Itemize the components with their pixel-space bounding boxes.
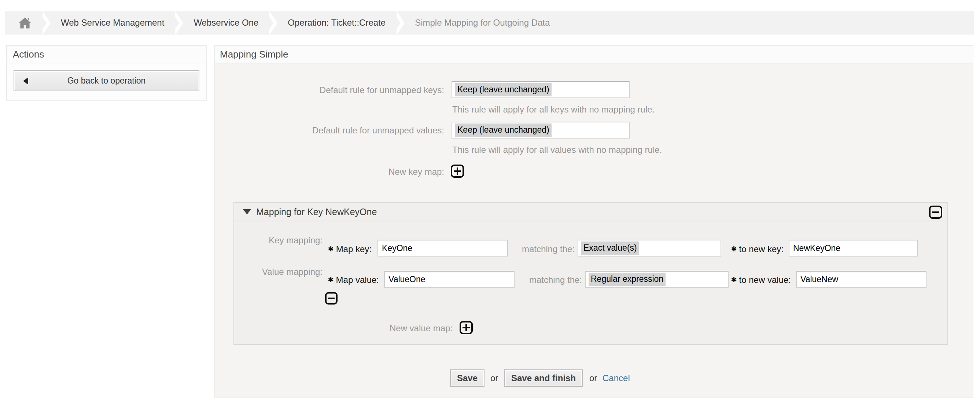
value-matching-label: matching the: — [509, 275, 582, 285]
to-new-key-label: ✱to new key: — [710, 244, 784, 254]
default-values-select[interactable]: Keep (leave unchanged) — [452, 122, 630, 138]
to-new-value-input[interactable] — [796, 271, 926, 288]
save-and-finish-button[interactable]: Save and finish — [504, 369, 583, 387]
save-button[interactable]: Save — [450, 369, 485, 387]
map-value-label: ✱Map value: — [269, 275, 379, 285]
triangle-down-icon — [243, 209, 251, 214]
breadcrumb-item-webservice-one[interactable]: Webservice One — [194, 17, 258, 28]
breadcrumb-separator-icon — [396, 11, 405, 35]
key-match-type-value: Exact value(s) — [581, 241, 639, 255]
default-values-label: Default rule for unmapped values: — [224, 125, 444, 136]
to-new-value-label: ✱to new value: — [718, 275, 791, 285]
add-key-map-icon[interactable] — [451, 165, 464, 178]
breadcrumb-item-current: Simple Mapping for Outgoing Data — [415, 17, 550, 28]
mapping-widget-title: Mapping for Key NewKeyOne — [256, 206, 377, 217]
new-key-map-label: New key map: — [224, 167, 444, 177]
map-value-input[interactable] — [384, 271, 515, 288]
breadcrumb: Web Service Management Webservice One Op… — [5, 11, 974, 35]
key-match-type-select[interactable]: Exact value(s) — [578, 240, 721, 257]
go-back-to-operation-button[interactable]: Go back to operation — [14, 70, 199, 91]
mapping-widget-header[interactable]: Mapping for Key NewKeyOne — [234, 203, 947, 221]
default-keys-select[interactable]: Keep (leave unchanged) — [452, 81, 630, 98]
or-text: or — [490, 373, 498, 383]
required-marker: ✱ — [731, 245, 737, 253]
home-icon[interactable] — [18, 17, 32, 29]
go-back-button-label: Go back to operation — [67, 76, 146, 86]
default-values-hint: This rule will apply for all values with… — [452, 145, 662, 155]
new-value-map-label: New value map: — [361, 323, 453, 334]
value-match-type-select[interactable]: Regular expression — [585, 271, 729, 288]
default-keys-label: Default rule for unmapped keys: — [224, 85, 444, 95]
breadcrumb-separator-icon — [175, 11, 183, 35]
default-keys-hint: This rule will apply for all keys with n… — [452, 105, 655, 115]
required-marker: ✱ — [328, 245, 334, 253]
breadcrumb-item-web-service-management[interactable]: Web Service Management — [61, 17, 164, 28]
mapping-simple-content: Default rule for unmapped keys: Keep (le… — [215, 64, 973, 396]
remove-value-mapping-icon[interactable] — [325, 292, 337, 305]
mapping-for-key-widget: Mapping for Key NewKeyOne Key mapping: ✱… — [234, 202, 948, 345]
breadcrumb-item-operation-ticket-create[interactable]: Operation: Ticket::Create — [288, 17, 385, 28]
triangle-left-icon — [23, 77, 28, 85]
map-key-input[interactable] — [377, 240, 508, 257]
default-keys-selected-value: Keep (leave unchanged) — [455, 83, 552, 96]
or-text: or — [589, 373, 597, 383]
to-new-key-input[interactable] — [789, 240, 918, 257]
key-matching-label: matching the: — [501, 244, 575, 254]
page: Web Service Management Webservice One Op… — [0, 0, 980, 413]
required-marker: ✱ — [328, 276, 334, 284]
add-value-map-icon[interactable] — [460, 321, 473, 334]
actions-panel: Actions Go back to operation — [6, 45, 207, 101]
mapping-simple-title: Mapping Simple — [215, 46, 973, 64]
default-values-selected-value: Keep (leave unchanged) — [455, 124, 552, 137]
map-key-label: ✱Map key: — [262, 244, 372, 254]
actions-panel-content: Go back to operation — [7, 64, 206, 98]
cancel-link[interactable]: Cancel — [603, 373, 630, 383]
breadcrumb-separator-icon — [269, 11, 277, 35]
required-marker: ✱ — [731, 276, 737, 284]
actions-panel-title: Actions — [7, 46, 206, 64]
collapse-widget-icon[interactable] — [929, 206, 942, 219]
mapping-simple-panel: Mapping Simple Default rule for unmapped… — [214, 45, 974, 398]
value-match-type-value: Regular expression — [589, 273, 665, 286]
breadcrumb-separator-icon — [43, 11, 51, 35]
